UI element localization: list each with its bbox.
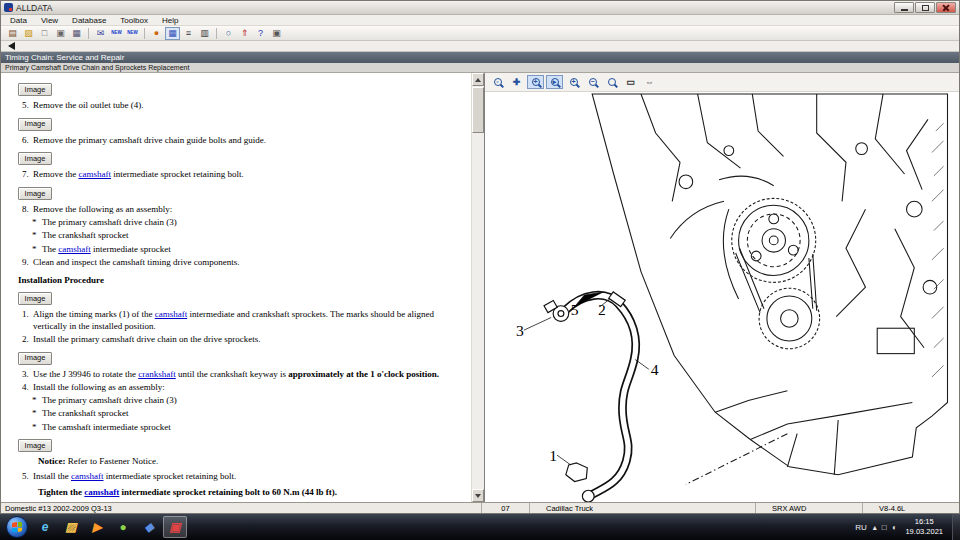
copy-icon[interactable]: ▣: [53, 27, 68, 40]
scroll-up-button[interactable]: [472, 73, 484, 86]
toolbar-separator: [144, 28, 145, 39]
mail-icon[interactable]: ✉: [93, 27, 108, 40]
volume-icon[interactable]: ◖: [892, 523, 897, 532]
procedure-bullet: *The camshaft intermediate sprocket: [32, 244, 445, 256]
procedure-link[interactable]: camshaft: [71, 471, 103, 481]
procedure-step: 5.Remove the oil outlet tube (4).: [17, 100, 445, 112]
zoom-icon[interactable]: ○: [221, 27, 236, 40]
callout-3: 3: [516, 322, 524, 339]
fit-page-icon[interactable]: ▭: [622, 75, 639, 89]
zoom-in-icon[interactable]: +: [565, 75, 582, 89]
image-button[interactable]: Image: [18, 118, 52, 131]
help-icon[interactable]: ?: [253, 27, 268, 40]
title-bar: ALLDATA: [1, 1, 959, 15]
image-button[interactable]: Image: [18, 292, 52, 305]
scroll-down-icon: [475, 494, 481, 498]
toolbar-separator: [216, 28, 217, 39]
layout-list-icon[interactable]: ≡: [181, 27, 196, 40]
diagram-area: 35241: [485, 92, 959, 502]
network-icon[interactable]: □: [882, 523, 887, 532]
image-button[interactable]: Image: [18, 439, 52, 452]
illustration-pane: ▫✚+▸+−▭⇔: [484, 73, 959, 502]
menu-data[interactable]: Data: [3, 16, 34, 25]
zoom-out-icon[interactable]: −: [584, 75, 601, 89]
status-cell-4: V8-4.6L: [863, 503, 959, 513]
taskbar-icons: e▨▶●◆▣: [32, 514, 188, 540]
menu-toolbox[interactable]: Toolbox: [113, 16, 155, 25]
procedure-step: 8.Remove the following as an assembly:: [17, 204, 445, 216]
scroll-thumb[interactable]: [472, 87, 484, 133]
scrollbar-track[interactable]: [471, 73, 484, 502]
procedure-link[interactable]: crankshaft: [138, 369, 175, 379]
books-icon[interactable]: ▤: [5, 27, 20, 40]
alldata-app-icon: [4, 3, 13, 12]
diagram-callouts: 35241: [516, 301, 659, 464]
layout-columns-icon[interactable]: ▥: [197, 27, 212, 40]
procedure-link[interactable]: camshaft: [84, 487, 119, 497]
system-tray: RU ▴□◖ 16:15 19.03.2021: [855, 514, 960, 540]
zoom-in-mode-icon[interactable]: +: [527, 75, 544, 89]
print-icon[interactable]: ▦: [69, 27, 84, 40]
menu-view[interactable]: View: [34, 16, 65, 25]
zoom-window-icon[interactable]: ▫: [489, 75, 506, 89]
taskbar: e▨▶●◆▣ RU ▴□◖ 16:15 19.03.2021: [0, 514, 960, 540]
alldata-task-icon[interactable]: ▣: [163, 516, 187, 538]
toolbar-separator: [88, 28, 89, 39]
language-indicator[interactable]: RU: [855, 523, 867, 532]
minimize-button[interactable]: [894, 2, 914, 13]
scroll-down-button[interactable]: [472, 489, 484, 502]
procedure-bullet: *The camshaft intermediate sprocket: [32, 422, 445, 434]
media-player-icon[interactable]: ▶: [85, 516, 109, 538]
procedure-para: Notice: Refer to Fastener Notice.: [38, 456, 445, 468]
alldata-window: ALLDATA DataViewDatabaseToolboxHelp ▤▨□▣…: [0, 0, 960, 514]
procedure-bullet: *The primary camshaft drive chain (3): [32, 217, 445, 229]
taskbar-clock[interactable]: 16:15 19.03.2021: [902, 517, 946, 537]
status-bar: Domestic #13 2002-2009 Q3-1307Cadillac T…: [1, 502, 959, 513]
bullet-marker: *: [32, 217, 42, 229]
explorer-icon[interactable]: ▨: [59, 516, 83, 538]
menu-database[interactable]: Database: [65, 16, 113, 25]
new-window-icon[interactable]: NEW: [125, 27, 140, 40]
step-number: 6.: [17, 135, 33, 147]
procedure-link[interactable]: camshaft: [58, 244, 90, 254]
zoom-reset-icon[interactable]: [603, 75, 620, 89]
bullet-marker: *: [32, 408, 42, 420]
document-icon[interactable]: □: [37, 27, 52, 40]
procedure-content: Image5.Remove the oil outlet tube (4).Im…: [1, 73, 471, 502]
vehicle-icon[interactable]: ●: [149, 27, 164, 40]
procedure-step: 3.Use the J 39946 to rotate the cranksha…: [17, 369, 445, 381]
new-item-icon[interactable]: NEW: [109, 27, 124, 40]
print-preview-icon[interactable]: ▣: [269, 27, 284, 40]
menu-help[interactable]: Help: [155, 16, 185, 25]
callout-1: 1: [549, 447, 557, 464]
step-number: 9.: [17, 257, 33, 269]
back-button[interactable]: [8, 42, 15, 50]
procedure-link[interactable]: camshaft: [79, 169, 111, 179]
procedure-step: 4.Install the following as an assembly:: [17, 382, 445, 394]
step-number: 7.: [17, 169, 33, 181]
image-button[interactable]: Image: [18, 187, 52, 200]
maximize-button[interactable]: [915, 2, 935, 13]
image-button[interactable]: Image: [18, 83, 52, 96]
pan-icon[interactable]: ✚: [508, 75, 525, 89]
internet-explorer-icon[interactable]: e: [33, 516, 57, 538]
procedure-step: 1.Align the timing marks (1) of the cams…: [17, 309, 445, 332]
callout-4: 4: [651, 361, 659, 378]
image-button[interactable]: Image: [18, 352, 52, 365]
app-icon-green[interactable]: ●: [111, 516, 135, 538]
close-button[interactable]: [936, 2, 956, 13]
upload-icon[interactable]: ⇑: [237, 27, 252, 40]
zoom-select-icon[interactable]: ▸: [546, 75, 563, 89]
image-button[interactable]: Image: [18, 152, 52, 165]
show-desktop-button[interactable]: [952, 514, 960, 540]
app-icon-blue[interactable]: ◆: [137, 516, 161, 538]
hidden-icons-icon[interactable]: ▴: [873, 523, 877, 532]
procedure-link[interactable]: camshaft: [155, 309, 187, 319]
procedure-step: 2.Install the primary camshaft drive cha…: [17, 334, 445, 346]
start-button[interactable]: [6, 516, 28, 538]
bullet-marker: *: [32, 395, 42, 407]
folder-icon[interactable]: ▨: [21, 27, 36, 40]
status-cell-0: Domestic #13 2002-2009 Q3-13: [1, 503, 482, 513]
layout-grid-icon[interactable]: ▦: [165, 27, 180, 40]
fit-width-icon[interactable]: ⇔: [641, 75, 658, 89]
